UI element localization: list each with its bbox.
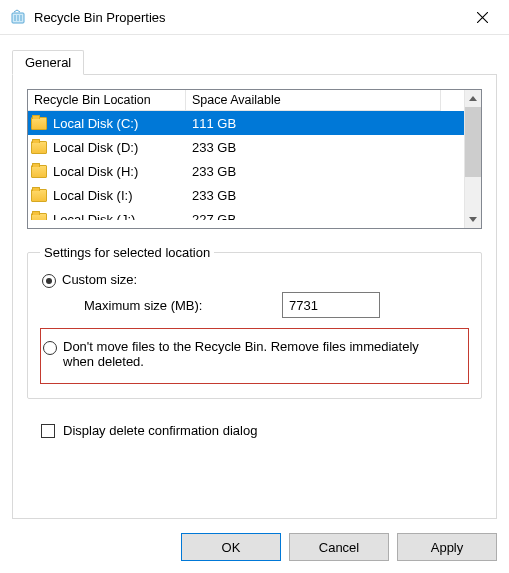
list-row[interactable]: Local Disk (I:) 233 GB xyxy=(28,183,464,207)
tab-general[interactable]: General xyxy=(12,50,84,75)
drive-space: 233 GB xyxy=(186,164,441,179)
dont-move-label: Don't move files to the Recycle Bin. Rem… xyxy=(63,339,443,369)
close-button[interactable] xyxy=(459,0,505,34)
recycle-bin-icon xyxy=(10,9,26,25)
drive-space: 227 GB xyxy=(186,212,441,227)
column-header-location[interactable]: Recycle Bin Location xyxy=(28,90,186,111)
folder-icon xyxy=(31,189,47,202)
cancel-button[interactable]: Cancel xyxy=(289,533,389,561)
window-title: Recycle Bin Properties xyxy=(34,10,459,25)
folder-icon xyxy=(31,141,47,154)
settings-legend: Settings for selected location xyxy=(40,245,214,260)
ok-button[interactable]: OK xyxy=(181,533,281,561)
confirm-delete-label: Display delete confirmation dialog xyxy=(63,423,257,438)
list-row[interactable]: Local Disk (J:) 227 GB xyxy=(28,207,464,228)
drive-name: Local Disk (C:) xyxy=(53,116,138,131)
custom-size-label: Custom size: xyxy=(62,272,137,287)
scroll-down-icon[interactable] xyxy=(465,211,481,228)
scroll-thumb[interactable] xyxy=(465,107,481,177)
radio-dont-move[interactable] xyxy=(43,341,57,355)
scrollbar[interactable] xyxy=(464,90,481,228)
list-row[interactable]: Local Disk (H:) 233 GB xyxy=(28,159,464,183)
drive-space: 111 GB xyxy=(186,116,441,131)
drive-list[interactable]: Recycle Bin Location Space Available Loc… xyxy=(27,89,482,229)
list-row[interactable]: Local Disk (D:) 233 GB xyxy=(28,135,464,159)
drive-name: Local Disk (D:) xyxy=(53,140,138,155)
scroll-track[interactable] xyxy=(465,177,481,211)
drive-name: Local Disk (H:) xyxy=(53,164,138,179)
folder-icon xyxy=(31,117,47,130)
checkbox-confirm-delete[interactable] xyxy=(41,424,55,438)
radio-custom-size[interactable] xyxy=(42,274,56,288)
tab-strip: General xyxy=(0,35,509,74)
settings-group: Settings for selected location Custom si… xyxy=(27,245,482,399)
max-size-input[interactable] xyxy=(282,292,380,318)
column-header-space[interactable]: Space Available xyxy=(186,90,441,111)
drive-space: 233 GB xyxy=(186,140,441,155)
folder-icon xyxy=(31,213,47,226)
apply-button[interactable]: Apply xyxy=(397,533,497,561)
tab-panel: Recycle Bin Location Space Available Loc… xyxy=(12,74,497,519)
folder-icon xyxy=(31,165,47,178)
title-bar: Recycle Bin Properties xyxy=(0,0,509,35)
list-row[interactable]: Local Disk (C:) 111 GB xyxy=(28,111,464,135)
scroll-up-icon[interactable] xyxy=(465,90,481,107)
max-size-label: Maximum size (MB): xyxy=(84,298,282,313)
highlight-box: Don't move files to the Recycle Bin. Rem… xyxy=(40,328,469,384)
drive-name: Local Disk (I:) xyxy=(53,188,132,203)
button-bar: OK Cancel Apply xyxy=(181,533,497,561)
drive-name: Local Disk (J:) xyxy=(53,212,135,227)
drive-space: 233 GB xyxy=(186,188,441,203)
